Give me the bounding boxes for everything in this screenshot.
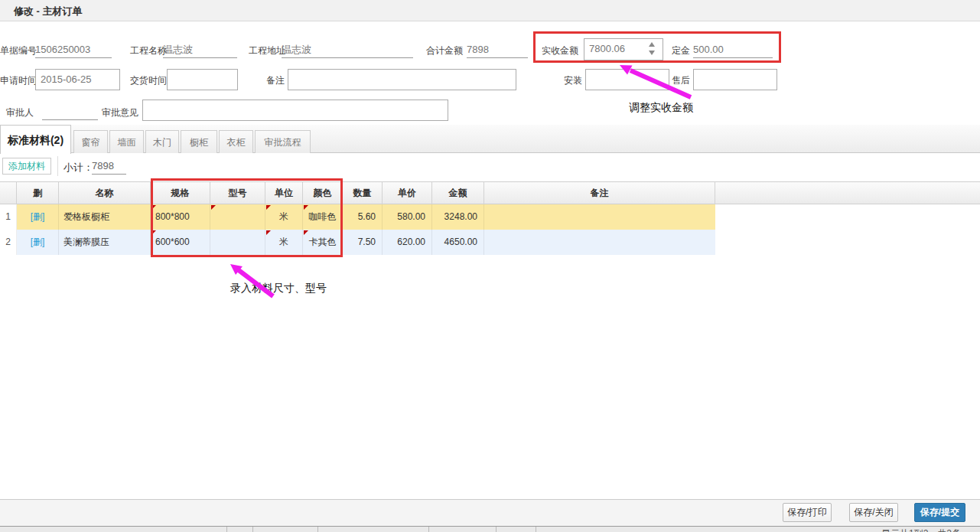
after-sale-input[interactable] xyxy=(693,69,777,90)
subtotal-label: 小计： xyxy=(63,161,93,175)
approver-label: 审批人 xyxy=(6,106,34,119)
col-remark: 备注 xyxy=(484,182,715,204)
cell-price[interactable]: 580.00 xyxy=(383,204,432,230)
cell-amount: 3248.00 xyxy=(432,204,484,230)
cell-rownum: 2 xyxy=(0,230,17,255)
tab-wood-door[interactable]: 木门 xyxy=(145,130,179,153)
cell-delete: [删] xyxy=(17,230,59,255)
project-name-label: 工程名称 xyxy=(130,44,167,57)
modal-titlebar: 修改 - 主材订单 xyxy=(0,0,980,21)
remark-label: 备注 xyxy=(266,74,285,87)
col-delete: 删 xyxy=(17,182,59,204)
spec-columns-highlight-box xyxy=(151,178,343,257)
doc-no-label: 单据编号 xyxy=(0,44,37,57)
col-rownum xyxy=(0,182,17,204)
install-input[interactable] xyxy=(585,69,669,90)
cell-name[interactable]: 美澜蒂膜压 xyxy=(59,230,151,255)
table-row[interactable]: 1 [删] 爱格板橱柜 800*800 米 咖啡色 5.60 580.00 32… xyxy=(0,204,715,230)
apply-date-label: 申请时间 xyxy=(0,74,37,87)
approval-opinion-input[interactable] xyxy=(142,100,448,121)
col-qty: 数量 xyxy=(343,182,383,204)
save-close-button[interactable]: 保存/关闭 xyxy=(849,503,898,522)
total-amount-label: 合计金额 xyxy=(426,44,463,57)
cell-remark[interactable] xyxy=(484,204,715,230)
cell-price[interactable]: 620.00 xyxy=(383,230,432,255)
tab-curtain[interactable]: 窗帘 xyxy=(73,130,108,153)
project-address-value: 温志波 xyxy=(282,42,413,58)
delivery-date-input[interactable] xyxy=(167,69,238,90)
cell-delete: [删] xyxy=(17,204,59,230)
material-tabstrip: 标准材料(2) 窗帘 墙面 木门 橱柜 衣柜 审批流程 xyxy=(0,125,980,153)
delete-row-link[interactable]: [删] xyxy=(31,237,45,247)
tab-cabinet[interactable]: 橱柜 xyxy=(181,130,217,153)
annotation-enter-spec-model: 录入材料尺寸、型号 xyxy=(230,282,327,295)
doc-no-value: 1506250003 xyxy=(35,42,112,58)
approval-opinion-label: 审批意见 xyxy=(102,106,138,119)
cell-qty[interactable]: 5.60 xyxy=(343,204,383,230)
footer-button-bar xyxy=(0,499,980,526)
delete-row-link[interactable]: [删] xyxy=(31,211,45,222)
annotation-adjust-received: 调整实收金额 xyxy=(629,101,693,115)
col-amount: 金额 xyxy=(432,182,484,204)
after-sale-label: 售后 xyxy=(672,74,690,87)
tab-approval-flow[interactable]: 审批流程 xyxy=(255,130,311,153)
apply-date-input[interactable]: 2015-06-25 xyxy=(35,69,120,90)
cell-remark[interactable] xyxy=(484,230,715,255)
cell-rownum: 1 xyxy=(0,204,17,230)
project-name-value: 温志波 xyxy=(163,42,237,58)
save-print-button[interactable]: 保存/打印 xyxy=(783,503,832,522)
cell-amount: 4650.00 xyxy=(432,230,484,255)
cell-name[interactable]: 爱格板橱柜 xyxy=(59,204,151,230)
subtotal-value: 7898 xyxy=(92,158,126,175)
cell-qty[interactable]: 7.50 xyxy=(343,230,383,255)
tab-standard-materials[interactable]: 标准材料(2) xyxy=(0,125,71,154)
total-amount-value: 7898 xyxy=(467,42,528,58)
table-row[interactable]: 2 [删] 美澜蒂膜压 600*600 米 卡其色 7.50 620.00 46… xyxy=(0,230,715,255)
project-address-label: 工程地址 xyxy=(249,44,285,57)
install-label: 安装 xyxy=(564,74,582,87)
received-deposit-highlight-box xyxy=(533,31,781,63)
background-page-sliver: 显示从1到2，共2条 xyxy=(0,526,980,532)
col-price: 单价 xyxy=(383,182,432,204)
table-header-row: 删 名称 规格 型号 单位 颜色 数量 单价 金额 备注 xyxy=(0,181,980,204)
tab-wall[interactable]: 墙面 xyxy=(109,130,144,153)
save-submit-button[interactable]: 保存/提交 xyxy=(914,503,965,522)
approver-input[interactable] xyxy=(42,104,98,120)
col-name: 名称 xyxy=(59,182,151,204)
tab-wardrobe[interactable]: 衣柜 xyxy=(219,130,253,153)
page-title: 修改 - 主材订单 xyxy=(14,5,83,18)
remark-input[interactable] xyxy=(288,69,516,90)
toolbar-divider xyxy=(57,156,58,176)
col-filler xyxy=(715,182,980,204)
pagination-status-partial: 显示从1到2，共2条 xyxy=(881,527,961,532)
add-material-button[interactable]: 添加材料 xyxy=(2,158,51,175)
delivery-date-label: 交货时间 xyxy=(130,74,167,87)
order-edit-modal: 修改 - 主材订单 单据编号 1506250003 工程名称 温志波 工程地址 … xyxy=(0,0,980,532)
